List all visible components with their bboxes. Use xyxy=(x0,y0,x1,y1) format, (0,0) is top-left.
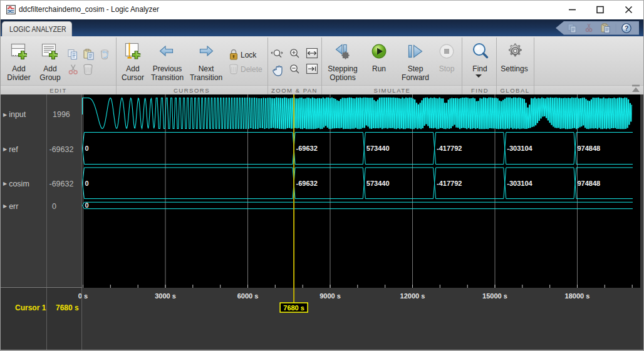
svg-text:0: 0 xyxy=(85,180,89,187)
svg-text:573440: 573440 xyxy=(366,180,390,187)
svg-text:573440: 573440 xyxy=(366,145,390,152)
svg-text:-303104: -303104 xyxy=(507,180,532,187)
svg-text:-69632: -69632 xyxy=(296,145,318,152)
svg-text:974848: 974848 xyxy=(578,145,601,152)
svg-text:0: 0 xyxy=(85,201,89,209)
svg-text:-303104: -303104 xyxy=(507,145,532,152)
svg-text:15000 s: 15000 s xyxy=(482,292,507,300)
svg-text:7680 s: 7680 s xyxy=(283,304,304,312)
svg-text:?: ? xyxy=(625,24,629,32)
svg-text:6000 s: 6000 s xyxy=(237,292,259,300)
svg-text:18000 s: 18000 s xyxy=(565,292,590,300)
svg-text:0 s: 0 s xyxy=(78,292,88,300)
svg-text:-417792: -417792 xyxy=(437,145,462,152)
svg-text:-69632: -69632 xyxy=(296,180,318,187)
svg-text:0: 0 xyxy=(85,145,89,152)
svg-text:974848: 974848 xyxy=(578,180,601,187)
svg-text:9000 s: 9000 s xyxy=(319,292,341,300)
svg-text:3000 s: 3000 s xyxy=(155,292,176,300)
svg-text:-417792: -417792 xyxy=(437,180,462,187)
svg-text:12000 s: 12000 s xyxy=(400,292,425,300)
